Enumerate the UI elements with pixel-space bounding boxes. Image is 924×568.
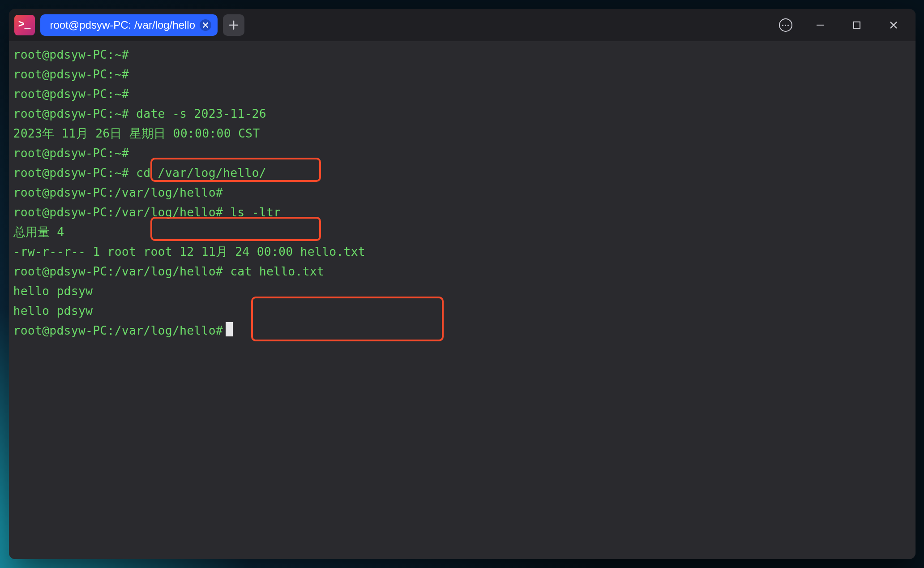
titlebar: >_ root@pdsyw-PC: /var/log/hello [9,9,915,41]
cursor [226,322,233,336]
plus-icon [229,20,239,30]
app-icon-glyph: >_ [18,17,30,30]
terminal-viewport[interactable]: root@pdsyw-PC:~#root@pdsyw-PC:~#root@pds… [9,41,915,559]
close-window-button[interactable] [878,13,909,37]
maximize-icon [852,21,861,30]
terminal-line: 总用量 4 [13,222,912,242]
terminal-line: -rw-r--r-- 1 root root 12 11月 24 00:00 h… [13,242,912,262]
terminal-line: root@pdsyw-PC:/var/log/hello# [13,183,912,202]
terminal-window: >_ root@pdsyw-PC: /var/log/hello root@pd… [9,9,915,559]
new-tab-button[interactable] [223,14,244,36]
terminal-line: hello pdsyw [13,281,912,301]
app-icon[interactable]: >_ [14,15,35,35]
terminal-line: root@pdsyw-PC:~# cd /var/log/hello/ [13,163,912,183]
terminal-line: root@pdsyw-PC:~# [13,143,912,163]
minimize-button[interactable] [804,13,836,37]
terminal-line: root@pdsyw-PC:/var/log/hello# ls -ltr [13,202,912,222]
tab-title: root@pdsyw-PC: /var/log/hello [50,19,196,31]
terminal-line: root@pdsyw-PC:/var/log/hello# cat hello.… [13,262,912,281]
terminal-text[interactable]: root@pdsyw-PC:~#root@pdsyw-PC:~#root@pds… [13,45,912,340]
minimize-icon [815,20,825,30]
kebab-circle-icon [779,18,792,32]
tab-active[interactable]: root@pdsyw-PC: /var/log/hello [40,14,218,36]
close-icon [889,21,898,30]
terminal-line: hello pdsyw [13,301,912,321]
terminal-line: 2023年 11月 26日 星期日 00:00:00 CST [13,124,912,143]
terminal-line: root@pdsyw-PC:/var/log/hello# [13,321,912,340]
terminal-line: root@pdsyw-PC:~# [13,65,912,84]
svg-rect-0 [854,22,860,28]
maximize-button[interactable] [841,13,873,37]
terminal-line: root@pdsyw-PC:~# date -s 2023-11-26 [13,104,912,124]
tab-close-button[interactable] [200,19,211,31]
menu-button[interactable] [772,13,799,37]
terminal-line: root@pdsyw-PC:~# [13,45,912,65]
terminal-line: root@pdsyw-PC:~# [13,84,912,104]
close-icon [203,22,208,28]
